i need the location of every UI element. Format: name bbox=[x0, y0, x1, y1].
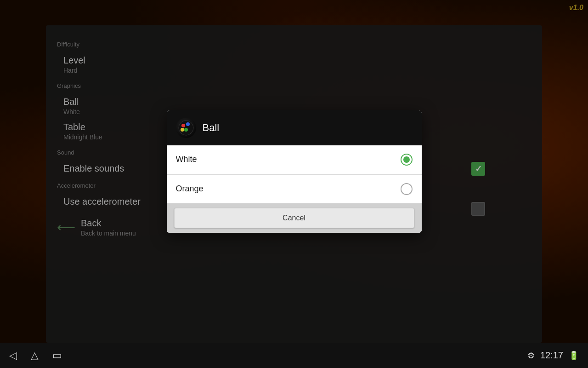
dialog-overlay: Ball White Orange Cancel bbox=[0, 0, 588, 343]
ball-dialog: Ball White Orange Cancel bbox=[167, 110, 422, 233]
navigation-bar: ◁ △ ▭ ⚙ 12:17 🔋 bbox=[0, 343, 588, 368]
option-white-label: White bbox=[176, 155, 197, 164]
battery-icon: 🔋 bbox=[569, 351, 579, 361]
svg-point-3 bbox=[184, 128, 188, 132]
svg-point-4 bbox=[181, 128, 184, 132]
nav-left-group: ◁ △ ▭ bbox=[9, 350, 62, 362]
ball-icon-svg bbox=[178, 120, 194, 136]
nav-recents-icon[interactable]: ▭ bbox=[52, 350, 62, 362]
nav-back-icon[interactable]: ◁ bbox=[9, 350, 17, 362]
option-orange-label: Orange bbox=[176, 184, 204, 194]
option-orange-radio[interactable] bbox=[401, 183, 413, 195]
nav-right-group: ⚙ 12:17 🔋 bbox=[527, 350, 579, 361]
dialog-body: White Orange bbox=[167, 145, 422, 203]
android-icon: ⚙ bbox=[527, 351, 535, 361]
dialog-title: Ball bbox=[203, 122, 220, 134]
cancel-button[interactable]: Cancel bbox=[174, 208, 414, 228]
dialog-header: Ball bbox=[167, 110, 422, 145]
time-display: 12:17 bbox=[540, 350, 563, 361]
dialog-ball-icon bbox=[176, 118, 196, 138]
svg-point-2 bbox=[186, 122, 190, 126]
dialog-footer: Cancel bbox=[167, 203, 422, 233]
option-white[interactable]: White bbox=[167, 145, 422, 174]
option-white-radio[interactable] bbox=[401, 154, 413, 166]
option-orange[interactable]: Orange bbox=[167, 175, 422, 203]
nav-home-icon[interactable]: △ bbox=[31, 350, 39, 362]
svg-point-1 bbox=[181, 124, 185, 127]
